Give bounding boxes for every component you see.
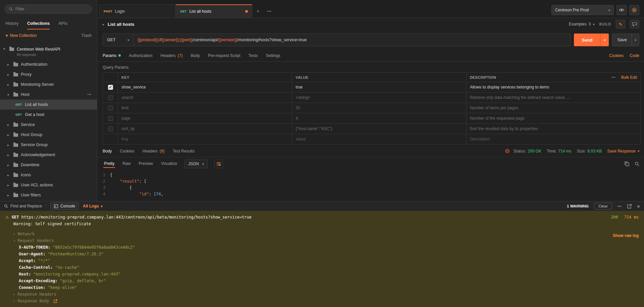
tab-authorization[interactable]: Authorization <box>129 53 152 58</box>
time-value[interactable]: 714 ms <box>558 149 571 154</box>
param-value[interactable]: 20 <box>292 103 466 113</box>
param-checkbox[interactable]: ✓ <box>108 85 113 90</box>
param-checkbox[interactable] <box>108 106 113 111</box>
environment-quick-look-button[interactable] <box>616 5 627 15</box>
bulk-edit-button[interactable]: Bulk Edit <box>621 75 637 80</box>
show-raw-log-link[interactable]: Show raw log <box>613 233 639 238</box>
folder-service[interactable]: ▸ Service <box>0 120 97 130</box>
response-headers-group[interactable]: ▸ Response Headers <box>0 291 644 298</box>
tab-params[interactable]: Params <box>103 53 121 58</box>
param-key[interactable]: sort_by <box>118 124 292 134</box>
param-key[interactable]: search <box>118 93 292 103</box>
folder-icons[interactable]: ▸ Icons <box>0 170 97 180</box>
param-value[interactable]: <string> <box>292 93 466 103</box>
method-selector[interactable]: GET ▾ <box>103 34 133 46</box>
tab-tests[interactable]: Tests <box>248 53 258 58</box>
open-in-new-window-icon[interactable] <box>627 204 632 208</box>
request-headers-group[interactable]: ▾ Request Headers <box>0 237 644 244</box>
edit-request-button[interactable]: ✎ <box>616 20 625 28</box>
filter-input[interactable] <box>15 7 88 11</box>
folder-authentication[interactable]: ▸ Authentication <box>0 59 97 69</box>
folder-options-icon[interactable]: ••• <box>88 93 97 96</box>
param-description[interactable]: Description <box>466 134 640 144</box>
settings-button[interactable] <box>629 5 639 15</box>
log-level-filter[interactable]: All Logs ▾ <box>83 204 102 208</box>
tab-settings[interactable]: Settings <box>266 53 280 58</box>
param-key[interactable]: limit <box>118 103 292 113</box>
save-button[interactable]: Save ▾ <box>612 34 639 46</box>
network-group[interactable]: ▸ Network <box>0 231 644 237</box>
open-tab-login[interactable]: POST Login <box>99 4 176 18</box>
param-description[interactable]: Number of items per pages <box>466 103 640 113</box>
search-response-icon[interactable] <box>635 162 639 166</box>
tab-headers[interactable]: Headers (7) <box>160 53 182 58</box>
send-options-button[interactable]: ▾ <box>600 34 609 46</box>
collection-root[interactable]: ▾ Centreon Web RestAPI 60 requests <box>0 46 97 59</box>
wrap-text-button[interactable] <box>214 160 223 168</box>
response-body-editor[interactable]: 1{ 2 "result": [ 3 { 4 "id": 174, <box>97 171 644 201</box>
param-description[interactable]: Number of the requested page <box>466 113 640 123</box>
param-description[interactable]: Sort the resulted data by its properties <box>466 124 640 134</box>
folder-host-group[interactable]: ▸ Host Group <box>0 130 97 140</box>
folder-proxy[interactable]: ▸ Proxy <box>0 69 97 79</box>
code-link[interactable]: Code <box>630 53 639 58</box>
tab-body[interactable]: Body <box>191 53 200 58</box>
param-value[interactable]: {"host.name":"ASC"} <box>292 124 466 134</box>
response-tab-test-results[interactable]: Test Results <box>173 149 195 154</box>
param-value[interactable]: 4 <box>292 113 466 123</box>
sidebar-tab-apis[interactable]: APIs <box>58 18 67 29</box>
request-get-a-host[interactable]: GET Get a host <box>0 110 97 120</box>
examples-dropdown[interactable]: Examples 3 ▾ <box>569 22 594 26</box>
sidebar-tab-history[interactable]: History <box>5 18 18 29</box>
new-tab-button[interactable]: + <box>252 4 264 18</box>
tab-pre-request-script[interactable]: Pre-request Script <box>208 53 240 58</box>
cookies-link[interactable]: Cookies <box>609 53 624 58</box>
tab-options-button[interactable]: ••• <box>264 4 275 18</box>
sidebar-tab-collections[interactable]: Collections <box>27 18 50 29</box>
close-console-button[interactable]: × <box>637 203 640 209</box>
param-description[interactable]: Allows to display services belonging to … <box>466 82 640 92</box>
param-value[interactable]: true <box>292 82 466 92</box>
param-checkbox[interactable] <box>108 126 113 131</box>
new-collection-button[interactable]: + New Collection <box>5 33 37 38</box>
environment-selector[interactable]: Centreon Pre Prod ▾ <box>551 5 614 15</box>
url-input[interactable]: {{protocol}}://{{server}}:{{port}}/centr… <box>133 34 571 46</box>
response-tab-headers[interactable]: Headers (9) <box>143 149 165 154</box>
param-checkbox[interactable] <box>108 116 113 121</box>
view-tab-preview[interactable]: Preview <box>138 160 154 168</box>
response-body-group[interactable]: ▸ Response Body <box>0 298 644 304</box>
folder-monitoring-server[interactable]: ▸ Monitoring Server <box>0 79 97 89</box>
param-description[interactable]: Retrieve only data matching the defined … <box>466 93 640 103</box>
find-and-replace-button[interactable]: Find and Replace <box>4 204 42 208</box>
response-tab-cookies[interactable]: Cookies <box>120 149 134 154</box>
save-response-button[interactable]: Save Response ▾ <box>607 149 639 154</box>
console-more-button[interactable]: ••• <box>618 204 622 208</box>
params-more-button[interactable]: ••• <box>611 76 615 79</box>
console-request-line[interactable]: ⚠ GET https://monitoring-preprod.company… <box>0 214 644 221</box>
view-tab-pretty[interactable]: Pretty <box>103 160 115 168</box>
trash-button[interactable]: Trash <box>82 33 92 38</box>
folder-downtime[interactable]: ▸ Downtime <box>0 160 97 170</box>
chevron-right-icon[interactable]: ▸ <box>103 22 104 26</box>
send-button[interactable]: Send <box>574 34 600 46</box>
size-value[interactable]: 8.03 KB <box>588 149 602 154</box>
external-link-icon[interactable] <box>54 299 57 303</box>
folder-user-acl-actions[interactable]: ▸ User ACL actions <box>0 180 97 190</box>
folder-service-group[interactable]: ▸ Service Group <box>0 140 97 150</box>
open-tab-list-all-hosts[interactable]: GET List all hosts <box>176 4 252 18</box>
format-selector[interactable]: JSON ▾ <box>184 160 208 168</box>
response-tab-body[interactable]: Body <box>103 149 112 154</box>
clear-console-button[interactable]: Clear <box>594 203 612 209</box>
request-list-all-hosts[interactable]: GET List all hosts <box>0 100 97 110</box>
folder-user-filters[interactable]: ▸ User filters <box>0 190 97 200</box>
folder-acknowledgement[interactable]: ▸ Acknowledgement <box>0 150 97 160</box>
param-key[interactable]: Key <box>118 134 292 144</box>
param-key[interactable]: page <box>118 113 292 123</box>
view-tab-raw[interactable]: Raw <box>122 160 131 168</box>
console-tab[interactable]: Console <box>50 202 79 210</box>
filter-box[interactable] <box>5 4 92 14</box>
param-key[interactable]: show_service <box>118 82 292 92</box>
copy-icon[interactable] <box>625 162 629 166</box>
param-value[interactable]: Value <box>292 134 466 144</box>
view-tab-visualize[interactable]: Visualize <box>160 160 178 168</box>
